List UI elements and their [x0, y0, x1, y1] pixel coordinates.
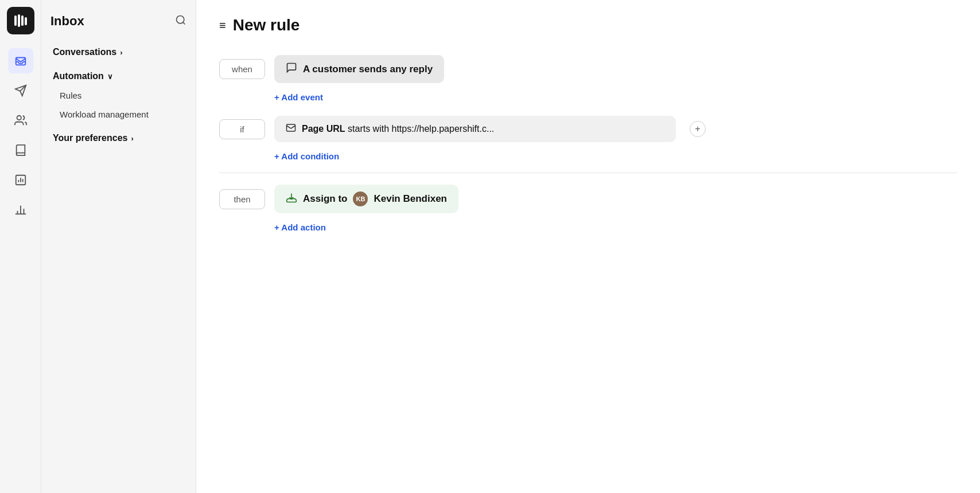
sidebar-item-conversations[interactable]: Conversations › [50, 42, 186, 62]
add-condition-link[interactable]: + Add condition [274, 151, 957, 161]
action-pill[interactable]: Assign to KB Kevin Bendixen [274, 185, 458, 213]
svg-rect-18 [287, 124, 295, 131]
sidebar-item-rules[interactable]: Rules [50, 86, 186, 105]
when-row: when A customer sends any reply [219, 55, 957, 83]
then-label: then [219, 189, 265, 209]
then-row: then Assign to KB Kevin Bendixen [219, 185, 957, 213]
svg-rect-2 [21, 15, 24, 26]
if-label: if [219, 119, 265, 139]
then-section: then Assign to KB Kevin Bendixen + Add a… [219, 185, 957, 232]
page-header: ≡ New rule [219, 16, 957, 34]
nav-outbound-icon[interactable] [8, 78, 33, 103]
sidebar-item-preferences[interactable]: Your preferences › [50, 128, 186, 148]
svg-rect-1 [18, 14, 20, 27]
envelope-icon [286, 123, 296, 135]
main-content: ≡ New rule when A customer sends any rep… [196, 0, 980, 493]
svg-rect-0 [14, 15, 17, 26]
sidebar: Inbox Conversations › Automation ∨ Rules… [41, 0, 196, 493]
condition-value: https://help.papershift.c... [392, 124, 495, 134]
svg-rect-3 [25, 17, 27, 25]
condition-field: Page URL [302, 124, 345, 134]
if-section: if Page URL starts with https://help.pap… [219, 116, 957, 161]
sidebar-heading: Inbox [50, 14, 84, 29]
sidebar-section-preferences: Your preferences › [50, 128, 186, 148]
condition-operator: starts with [348, 124, 391, 134]
avatar: KB [353, 191, 368, 206]
sidebar-section-automation: Automation ∨ Rules Workload management [50, 66, 186, 124]
svg-point-16 [177, 15, 184, 23]
app-logo[interactable] [7, 7, 34, 34]
section-divider [219, 173, 957, 173]
chat-icon [286, 62, 297, 76]
sidebar-section-conversations: Conversations › [50, 42, 186, 62]
condition-text: Page URL starts with https://help.papers… [302, 124, 494, 134]
event-pill[interactable]: A customer sends any reply [274, 55, 444, 83]
nav-articles-icon[interactable] [8, 138, 33, 163]
action-text: Assign to [303, 193, 347, 205]
nav-analytics-icon[interactable] [8, 197, 33, 222]
conversations-chevron: › [120, 48, 122, 57]
add-action-link[interactable]: + Add action [274, 222, 957, 232]
add-event-link[interactable]: + Add event [274, 92, 957, 102]
svg-point-7 [17, 116, 21, 120]
when-section: when A customer sends any reply + Add ev… [219, 55, 957, 102]
search-icon[interactable] [175, 14, 186, 29]
automation-chevron: ∨ [107, 72, 113, 81]
assign-icon [286, 192, 297, 206]
nav-reports-icon[interactable] [8, 167, 33, 193]
condition-pill[interactable]: Page URL starts with https://help.papers… [274, 116, 676, 142]
hamburger-icon[interactable]: ≡ [219, 19, 226, 32]
preferences-chevron: › [131, 134, 133, 143]
event-text: A customer sends any reply [303, 64, 433, 75]
assignee-name: Kevin Bendixen [374, 193, 447, 205]
nav-inbox-icon[interactable] [8, 48, 33, 73]
sidebar-item-automation[interactable]: Automation ∨ [50, 66, 186, 86]
svg-line-17 [183, 22, 185, 24]
nav-contacts-icon[interactable] [8, 108, 33, 133]
page-title: New rule [233, 16, 300, 34]
condition-plus-button[interactable]: + [690, 121, 706, 137]
if-row: if Page URL starts with https://help.pap… [219, 116, 957, 142]
icon-rail [0, 0, 41, 493]
sidebar-item-workload-management[interactable]: Workload management [50, 105, 186, 124]
when-label: when [219, 59, 265, 79]
sidebar-title: Inbox [50, 14, 186, 29]
